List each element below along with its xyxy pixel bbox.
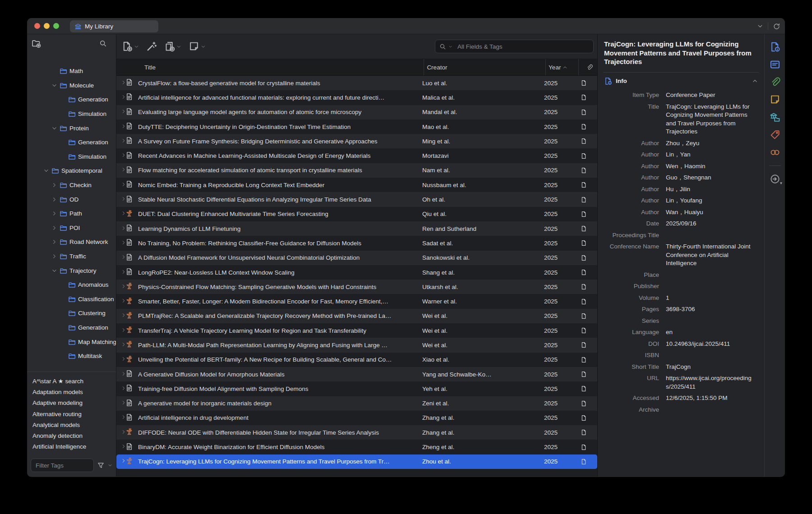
collection-multitask[interactable]: Multitask [27,349,116,363]
collection-trajectory[interactable]: Trajectory [27,263,116,278]
field-value-url[interactable]: https://www.ijcai.org/proceedings/2025/4… [666,373,752,393]
collapse-item-pane-icon[interactable] [757,23,763,29]
chevron-down-icon[interactable] [51,125,57,131]
tag-filter-caret-icon[interactable] [108,463,112,468]
field-value-language[interactable]: en [666,327,752,339]
chevron-right-icon[interactable] [51,182,57,188]
collection-poi[interactable]: POI [27,221,116,235]
notes-icon[interactable] [770,94,780,105]
collection-path[interactable]: Path [27,207,116,221]
table-row[interactable]: A Survey on Future Frame Synthesis: Brid… [116,134,597,148]
table-row[interactable]: A Generative Diffusion Model for Amorpho… [116,367,597,381]
chevron-right-icon[interactable] [51,197,57,202]
table-row[interactable]: DIFFODE: Neural ODE with Differentiable … [116,425,597,440]
new-collection-icon[interactable] [32,39,41,48]
collection-simulation[interactable]: Simulation [27,150,116,164]
collection-spatiotemporal[interactable]: Spatiotemporal [27,164,116,178]
tag-item[interactable]: Alternative routing [32,408,116,419]
tag-item[interactable]: Atomic force microscopy [32,452,116,456]
field-value-place[interactable] [666,269,752,281]
related-icon[interactable] [770,147,780,158]
table-row[interactable]: TransferTraj: A Vehicle Trajectory Learn… [116,323,597,338]
tag-item[interactable]: A^\star A ★ search [32,376,116,386]
collection-anomalous[interactable]: Anomalous [27,278,116,292]
tag-item[interactable]: Adaptation models [32,386,116,397]
chevron-down-icon[interactable] [43,168,49,174]
field-value-archive[interactable] [666,404,752,416]
new-note-button[interactable] [189,41,206,52]
column-header-year[interactable]: Year [545,59,578,75]
tag-filter-funnel-icon[interactable] [97,462,105,469]
field-value-isbn[interactable] [666,350,752,362]
field-value-short-title[interactable]: TrajCogn [666,361,752,373]
table-row[interactable]: Flow matching for accelerated simulation… [116,163,597,178]
tag-item[interactable]: Artificial Intelligence [32,441,116,452]
field-value-publisher[interactable] [666,281,752,293]
chevron-right-icon[interactable] [51,225,57,231]
close-window-button[interactable] [34,23,40,29]
field-value-proceedings-title[interactable] [666,229,752,241]
table-row[interactable]: Path-LLM: A Multi-Modal Path Representat… [116,338,597,352]
table-row[interactable]: LongRoPE2: Near-Lossless LLM Context Win… [116,265,597,280]
filter-tags-input[interactable] [31,459,94,472]
collection-od[interactable]: OD [27,192,116,207]
collection-molecule[interactable]: Molecule [27,78,116,93]
table-row[interactable]: Artificial intelligence in drug developm… [116,411,597,425]
library-tab[interactable]: My Library [70,20,158,32]
chevron-right-icon[interactable] [51,253,57,259]
minimize-window-button[interactable] [44,23,50,29]
table-row[interactable]: Evaluating large language model agents f… [116,105,597,119]
field-value-author[interactable]: Hu，Jilin [666,184,752,195]
tag-item[interactable]: Adaptive modeling [32,398,116,408]
field-value-accessed[interactable]: 12/6/2025, 1:15:50 PM [666,393,752,404]
info-section-header[interactable]: Info [603,73,759,90]
collection-map-matching[interactable]: Map Matching [27,335,116,349]
field-value-author[interactable]: Wen，Haomin [666,161,752,172]
field-value-series[interactable] [666,315,752,327]
field-value-volume[interactable]: 1 [666,292,752,304]
field-value-author[interactable]: Guo，Shengnan [666,172,752,184]
collection-generation[interactable]: Generation [27,135,116,150]
collection-checkin[interactable]: Checkin [27,178,116,193]
table-row[interactable]: BinaryDM: Accurate Weight Binarization f… [116,440,597,454]
add-by-identifier-button[interactable] [146,41,157,52]
collapse-section-icon[interactable] [752,78,758,84]
collections-search-icon[interactable] [99,40,107,47]
column-header-title[interactable]: Title [142,59,424,75]
tag-item[interactable]: Analytical models [32,419,116,430]
chevron-down-icon[interactable] [51,268,57,274]
table-row[interactable]: Learning Dynamics of LLM FinetuningRen a… [116,221,597,236]
field-value-doi[interactable]: 10.24963/ijcai.2025/411 [666,338,752,350]
chevron-down-icon[interactable] [51,83,57,88]
field-value-author[interactable]: Lin，Yan [666,149,752,161]
tag-item[interactable]: Anomaly detection [32,430,116,441]
tags-icon[interactable] [770,129,780,140]
column-header-creator[interactable]: Creator [424,59,545,75]
search-scope-caret-icon[interactable] [448,45,452,49]
item-info-icon[interactable] [770,41,780,52]
table-row[interactable]: Artificial intelligence for advanced fun… [116,90,597,105]
chevron-right-icon[interactable] [51,211,57,216]
abstract-icon[interactable] [770,59,780,70]
sync-icon[interactable] [773,23,780,30]
libraries-collections-icon[interactable] [770,112,780,123]
maximize-window-button[interactable] [53,23,59,29]
field-value-author[interactable]: Zhou，Zeyu [666,138,752,149]
table-row[interactable]: A generative model for inorganic materia… [116,396,597,411]
collection-road-network[interactable]: Road Network [27,235,116,249]
collection-classification[interactable]: Classification [27,292,116,307]
locate-icon[interactable]: ▼ [770,174,780,184]
table-row[interactable]: Recent Advances in Machine Learning-Assi… [116,148,597,163]
collection-generation[interactable]: Generation [27,92,116,107]
table-row-selected[interactable]: TrajCogn: Leveraging LLMs for Cognizing … [116,454,597,469]
table-row[interactable]: No Training, No Problem: Rethinking Clas… [116,236,597,250]
collection-traffic[interactable]: Traffic [27,249,116,264]
chevron-right-icon[interactable] [51,239,57,245]
table-row[interactable]: Training-free Diffusion Model Alignment … [116,381,597,396]
field-value-pages[interactable]: 3698-3706 [666,304,752,316]
table-row[interactable]: DutyTTE: Deciphering Uncertainty in Orig… [116,119,597,134]
table-row[interactable]: DUET: Dual Clustering Enhanced Multivari… [116,207,597,221]
collection-math[interactable]: Math [27,64,116,78]
collection-simulation[interactable]: Simulation [27,107,116,121]
table-row[interactable]: Stable Neural Stochastic Differential Eq… [116,192,597,207]
